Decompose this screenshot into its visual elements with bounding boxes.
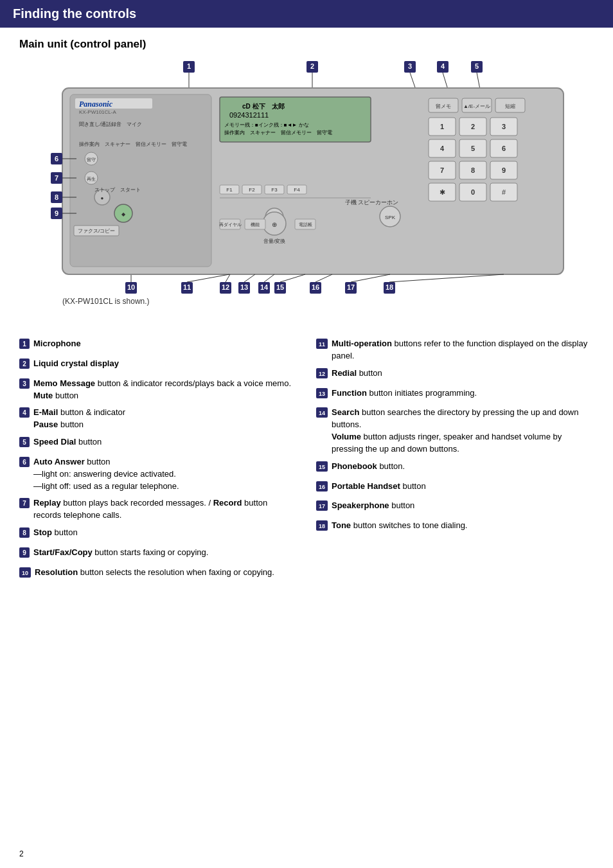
svg-text:F2: F2: [249, 187, 255, 193]
svg-rect-56: [220, 197, 371, 199]
svg-text:留守: 留守: [87, 157, 96, 162]
svg-text:6: 6: [22, 459, 26, 466]
svg-text:12: 12: [222, 283, 229, 291]
desc-1-text: Microphone: [33, 338, 81, 350]
page-title: Finding the controls: [13, 6, 136, 21]
svg-text:4: 4: [440, 145, 445, 152]
svg-text:8: 8: [55, 193, 58, 201]
desc-item-3: 3 Memo Message button & indicator record…: [19, 378, 297, 402]
desc-item-15: 15 Phonebook button.: [316, 461, 594, 475]
section-title: Main unit (control panel): [19, 38, 594, 51]
desc-10-text: Resolution button selects the resolution…: [35, 567, 274, 579]
badge-11: 11: [316, 339, 328, 353]
svg-line-121: [280, 274, 305, 282]
desc-16-text: Portable Handset button: [332, 481, 426, 493]
svg-text:3: 3: [408, 62, 412, 70]
badge-3: 3: [19, 378, 30, 393]
svg-text:12: 12: [319, 371, 325, 377]
svg-text:電話帳: 電話帳: [299, 222, 312, 227]
svg-text:13: 13: [240, 283, 248, 291]
svg-text:15: 15: [276, 283, 284, 291]
svg-text:5: 5: [471, 145, 475, 152]
desc-6-text: Auto Answer button—light on: answering d…: [33, 456, 179, 493]
svg-text:再生: 再生: [87, 177, 96, 181]
desc-item-13: 13 Function button initiates programming…: [316, 387, 594, 402]
desc-item-12: 12 Redial button: [316, 368, 594, 382]
badge-8: 8: [19, 527, 30, 542]
desc-item-6: 6 Auto Answer button—light on: answering…: [19, 456, 297, 493]
badge-14: 14: [316, 407, 328, 421]
svg-text:17: 17: [347, 283, 355, 291]
svg-text:6: 6: [55, 155, 58, 163]
svg-text:2: 2: [310, 62, 314, 70]
svg-text:8: 8: [22, 529, 26, 536]
svg-line-118: [264, 274, 274, 282]
desc-11-text: Multi-operation buttons refer to the fun…: [332, 338, 594, 362]
svg-text:14: 14: [260, 283, 269, 291]
svg-text:14: 14: [319, 410, 325, 416]
svg-text:F1: F1: [226, 187, 233, 193]
desc-item-17: 17 Speakerphone button: [316, 500, 594, 515]
svg-text:Panasonic: Panasonic: [79, 100, 113, 109]
svg-text:18: 18: [319, 523, 325, 529]
svg-line-130: [389, 274, 504, 282]
desc-item-10: 10 Resolution button selects the resolut…: [19, 567, 297, 581]
badge-16: 16: [316, 481, 328, 495]
svg-text:16: 16: [319, 484, 325, 490]
badge-9: 9: [19, 547, 30, 562]
svg-text:留メモ: 留メモ: [436, 103, 451, 109]
desc-item-14: 14 Search button searches the directory …: [316, 407, 594, 455]
desc-12-text: Redial button: [332, 368, 382, 380]
desc-7-text: Replay button plays back recorded messag…: [33, 497, 297, 522]
svg-line-124: [315, 274, 332, 282]
svg-text:●: ●: [101, 195, 104, 201]
svg-text:9: 9: [22, 549, 26, 556]
badge-2: 2: [19, 359, 30, 373]
badge-7: 7: [19, 498, 30, 512]
svg-text:F4: F4: [294, 187, 300, 193]
svg-text:0924312111: 0924312111: [229, 111, 269, 119]
svg-text:(KX-PW101CL is shown.): (KX-PW101CL is shown.): [62, 297, 150, 306]
svg-text:18: 18: [386, 283, 393, 291]
desc-item-8: 8 Stop button: [19, 527, 297, 542]
desc-5-text: Speed Dial button: [33, 436, 102, 448]
badge-15: 15: [316, 461, 328, 475]
badge-5: 5: [19, 437, 30, 451]
desc-item-7: 7 Replay button plays back recorded mess…: [19, 497, 297, 522]
svg-text:13: 13: [319, 391, 325, 397]
svg-text:操作案内　スキャナー　留信メモリー　留守電: 操作案内 スキャナー 留信メモリー 留守電: [224, 130, 332, 136]
desc-9-text: Start/Fax/Copy button starts faxing or c…: [33, 547, 208, 559]
svg-text:6: 6: [502, 145, 506, 152]
svg-text:ストップ　スタート: ストップ スタート: [94, 187, 141, 193]
descriptions-area: 1 Microphone 2 Liquid crystal display 3 …: [19, 338, 594, 587]
page-content: Main unit (control panel) 1 2 3 4 5: [0, 38, 613, 606]
badge-4: 4: [19, 407, 30, 421]
svg-text:再ダイヤル: 再ダイヤル: [219, 222, 242, 227]
badge-13: 13: [316, 388, 328, 402]
svg-text:7: 7: [55, 174, 58, 182]
svg-text:9: 9: [502, 166, 506, 174]
desc-item-16: 16 Portable Handset button: [316, 481, 594, 495]
svg-text:7: 7: [22, 500, 26, 507]
svg-line-115: [244, 274, 255, 282]
badge-6: 6: [19, 457, 30, 471]
svg-text:4: 4: [22, 409, 26, 416]
svg-text:スピーカーホン: スピーカーホン: [358, 199, 398, 206]
desc-item-2: 2 Liquid crystal display: [19, 358, 297, 373]
svg-text:17: 17: [319, 503, 325, 509]
diagram-svg: 1 2 3 4 5 Panasonic: [30, 60, 583, 330]
svg-text:子機: 子機: [345, 199, 357, 206]
svg-text:4: 4: [441, 62, 445, 70]
svg-text:7: 7: [440, 166, 444, 174]
svg-text:F3: F3: [271, 187, 278, 193]
svg-text:聞き直し/通話録音　マイク: 聞き直し/通話録音 マイク: [79, 121, 142, 127]
svg-line-14: [477, 73, 480, 89]
svg-text:メモリー残：■インク残：■◄► かな: メモリー残：■インク残：■◄► かな: [224, 122, 309, 128]
svg-text:SPK: SPK: [385, 215, 396, 220]
desc-item-18: 18 Tone button switches to tone dialing.: [316, 520, 594, 535]
desc-3-text: Memo Message button & indicator records/…: [33, 378, 291, 402]
desc-18-text: Tone button switches to tone dialing.: [332, 520, 467, 532]
svg-text:9: 9: [55, 209, 58, 217]
desc-13-text: Function button initiates programming.: [332, 387, 477, 400]
svg-line-13: [443, 73, 448, 89]
